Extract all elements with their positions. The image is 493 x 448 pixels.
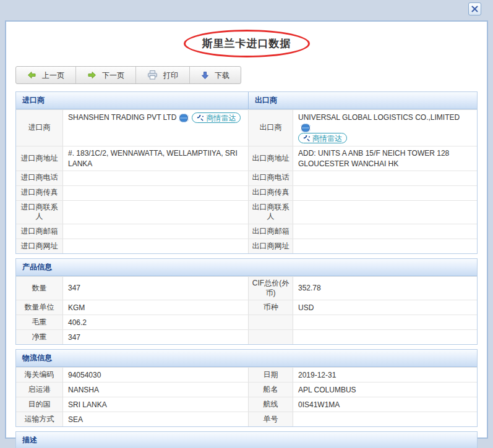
- field-value: 2019-12-31: [293, 368, 477, 382]
- field-value: KGM: [62, 300, 248, 315]
- globe-icon[interactable]: [298, 122, 311, 133]
- page-title: 斯里兰卡进口数据: [202, 36, 291, 51]
- exporter-name: UNIVERSAL GLOBAL LOGISTICS CO.,LIMITED: [298, 113, 460, 122]
- field-label: 海关编码: [16, 368, 62, 382]
- field-value: [293, 412, 477, 426]
- download-label: 下载: [215, 72, 229, 79]
- field-value: [293, 171, 477, 185]
- printer-icon: [147, 70, 158, 80]
- field-label: [248, 330, 293, 344]
- field-value: ADD: UNITS A ANB 15/F NEICH TOWER 128 GL…: [293, 146, 477, 170]
- field-value: NANSHA: [62, 382, 248, 397]
- arrow-right-icon: [87, 70, 96, 80]
- table-row: 进口商传真 出口商传真: [16, 185, 477, 200]
- section-product: 产品信息 数量 347 CIF总价(外币) 352.78 数量单位 KGM 币种…: [15, 258, 478, 345]
- field-value: #. 183/1C/2, WENNAWATTA, WELLAMPTIIYA, S…: [62, 146, 248, 170]
- field-value: [293, 186, 477, 200]
- field-value: [293, 239, 477, 253]
- field-label: 进口商电话: [16, 171, 62, 185]
- table-row: 进口商网址 出口商网址: [16, 239, 477, 253]
- dialog-panel: 斯里兰卡进口数据 上一页 下一页: [5, 20, 488, 439]
- field-label: 进口商传真: [16, 186, 62, 200]
- logistics-section-title: 物流信息: [16, 350, 477, 367]
- table-row: 毛重 406.2: [16, 315, 477, 329]
- field-label: 航线: [248, 397, 293, 412]
- field-label: 进口商邮箱: [16, 224, 62, 239]
- field-label: 毛重: [16, 315, 62, 329]
- close-button[interactable]: [468, 2, 481, 15]
- field-value: [293, 330, 477, 344]
- print-label: 打印: [163, 72, 178, 79]
- field-label: 数量单位: [16, 300, 62, 315]
- field-label: 出口商联系人: [248, 201, 293, 224]
- table-row: 进口商电话 出口商电话: [16, 171, 477, 185]
- radar-badge-label: 商情雷达: [206, 113, 236, 123]
- field-label: 船名: [248, 382, 293, 397]
- field-value: 347: [62, 330, 248, 344]
- prev-page-button[interactable]: 上一页: [16, 67, 75, 83]
- field-label: 数量: [16, 277, 62, 300]
- field-value: [62, 186, 248, 200]
- field-label: 进口商地址: [16, 146, 62, 170]
- field-label: 日期: [248, 368, 293, 382]
- field-value: [293, 315, 477, 329]
- field-label: 进口商网址: [16, 239, 62, 253]
- field-label: CIF总价(外币): [248, 277, 293, 300]
- radar-badge[interactable]: 商情雷达: [298, 133, 347, 143]
- field-value: [62, 171, 248, 185]
- title-row: 斯里兰卡进口数据: [6, 22, 487, 57]
- arrow-left-icon: [27, 70, 36, 80]
- radar-icon: [303, 135, 311, 142]
- field-label: 启运港: [16, 382, 62, 397]
- red-circle-annotation: 斯里兰卡进口数据: [184, 30, 310, 57]
- field-label: 目的国: [16, 397, 62, 412]
- field-label: 出口商地址: [248, 146, 293, 170]
- toolbar: 上一页 下一页 打印 下载: [15, 66, 241, 84]
- field-value: SEA: [62, 412, 248, 426]
- globe-icon[interactable]: [176, 112, 189, 123]
- importer-name-cell: SHANSHEN TRADING PVT LTD商情雷达: [62, 110, 248, 146]
- description-section-title: 描述: [16, 432, 477, 448]
- table-row: 进口商地址 #. 183/1C/2, WENNAWATTA, WELLAMPTI…: [16, 146, 477, 170]
- field-value: USD: [293, 300, 477, 315]
- field-label: 出口商邮箱: [248, 224, 293, 239]
- field-label: 出口商传真: [248, 186, 293, 200]
- importer-name: SHANSHEN TRADING PVT LTD: [68, 113, 176, 122]
- field-label: 净重: [16, 330, 62, 344]
- field-label: 运输方式: [16, 412, 62, 426]
- print-button[interactable]: 打印: [135, 67, 189, 83]
- field-label: [248, 315, 293, 329]
- field-value: [293, 224, 477, 239]
- next-page-button[interactable]: 下一页: [75, 67, 135, 83]
- section-parties: 进口商 出口商 进口商 SHANSHEN TRADING PVT LTD商情雷达…: [15, 91, 478, 254]
- exporter-name-cell: UNIVERSAL GLOBAL LOGISTICS CO.,LIMITED 商…: [293, 110, 477, 146]
- table-row: 数量 347 CIF总价(外币) 352.78: [16, 276, 477, 300]
- radar-badge[interactable]: 商情雷达: [192, 112, 241, 123]
- product-section-title: 产品信息: [16, 259, 477, 276]
- field-value: SRI LANKA: [62, 397, 248, 412]
- table-row: 启运港 NANSHA 船名 APL COLUMBUS: [16, 382, 477, 397]
- exporter-section-title: 出口商: [248, 92, 477, 109]
- table-row: 进口商邮箱 出口商邮箱: [16, 224, 477, 239]
- field-value: 0IS41W1MA: [293, 397, 477, 412]
- table-row: 净重 347: [16, 329, 477, 344]
- table-row: 运输方式 SEA 单号: [16, 412, 477, 426]
- field-value: [62, 224, 248, 239]
- field-value: [62, 201, 248, 224]
- field-label: 币种: [248, 300, 293, 315]
- field-label: 进口商: [16, 110, 62, 146]
- table-row: 目的国 SRI LANKA 航线 0IS41W1MA: [16, 397, 477, 412]
- field-label: 出口商电话: [248, 171, 293, 185]
- table-row: 海关编码 94054030 日期 2019-12-31: [16, 367, 477, 382]
- field-value: 347: [62, 277, 248, 300]
- prev-page-label: 上一页: [42, 72, 64, 79]
- download-button[interactable]: 下载: [189, 67, 241, 83]
- radar-badge-label: 商情雷达: [312, 133, 342, 143]
- field-value: [62, 239, 248, 253]
- field-value: [293, 201, 477, 224]
- arrow-down-icon: [201, 71, 209, 80]
- field-label: 单号: [248, 412, 293, 426]
- radar-icon: [197, 114, 204, 122]
- field-value: APL COLUMBUS: [293, 382, 477, 397]
- close-icon: [471, 6, 478, 12]
